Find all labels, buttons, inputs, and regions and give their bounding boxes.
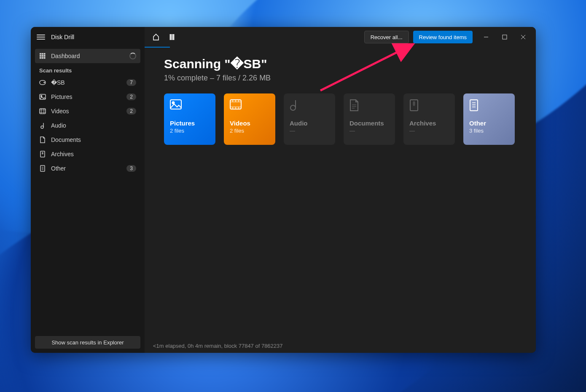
card-count: 2 files	[230, 128, 269, 134]
home-button[interactable]	[148, 29, 164, 45]
maximize-button[interactable]	[495, 29, 514, 45]
svg-rect-0	[40, 53, 41, 54]
drive-icon	[39, 79, 46, 86]
card-videos[interactable]: Videos 2 files	[224, 93, 275, 145]
sidebar-item-archives[interactable]: Archives	[35, 147, 140, 161]
minimize-button[interactable]	[477, 29, 495, 45]
category-cards: Pictures 2 files Videos 2 files Audio — …	[164, 93, 516, 145]
svg-rect-18	[172, 34, 174, 40]
card-label: Archives	[409, 120, 449, 127]
close-button[interactable]	[514, 29, 532, 45]
card-count: 3 files	[469, 128, 509, 134]
main-panel: Recover all... Review found items Scanni…	[145, 27, 536, 353]
card-label: Videos	[230, 120, 269, 127]
svg-point-10	[44, 82, 45, 83]
status-text: <1m elapsed, 0h 4m remain, block 77847 o…	[153, 343, 283, 349]
svg-rect-5	[44, 55, 45, 56]
scan-subtitle: 1% complete – 7 files / 2.26 MB	[164, 74, 516, 83]
pause-button[interactable]	[164, 29, 180, 45]
loading-spinner-icon	[129, 53, 136, 59]
count-badge: 3	[126, 165, 136, 172]
svg-rect-2	[44, 53, 45, 54]
svg-rect-3	[40, 55, 41, 56]
card-pictures[interactable]: Pictures 2 files	[164, 93, 215, 145]
video-icon	[230, 99, 242, 111]
sidebar-item-audio[interactable]: Audio	[35, 118, 140, 133]
card-label: Documents	[349, 120, 389, 127]
status-bar: <1m elapsed, 0h 4m remain, block 77847 o…	[145, 339, 536, 353]
count-badge: 7	[126, 79, 136, 86]
card-count: —	[290, 128, 329, 134]
sidebar-item-label: Audio	[51, 122, 66, 129]
svg-rect-13	[40, 109, 46, 114]
sidebar-item-label: Other	[51, 165, 66, 172]
audio-icon	[39, 122, 46, 129]
menu-icon[interactable]	[37, 35, 45, 40]
sidebar-dashboard[interactable]: Dashboard	[35, 49, 140, 63]
card-count: —	[409, 128, 449, 134]
video-icon	[39, 108, 46, 115]
show-in-explorer-button[interactable]: Show scan results in Explorer	[35, 336, 140, 349]
svg-rect-20	[170, 100, 181, 109]
svg-point-21	[172, 102, 175, 104]
svg-point-23	[290, 105, 296, 110]
archive-icon	[409, 99, 421, 111]
app-title: Disk Drill	[51, 34, 74, 40]
sidebar-item-documents[interactable]: Documents	[35, 133, 140, 147]
card-label: Other	[469, 120, 509, 127]
svg-rect-7	[42, 57, 43, 59]
card-label: Pictures	[170, 120, 210, 127]
sidebar-section-label: Scan results	[35, 63, 140, 75]
card-audio: Audio —	[284, 93, 335, 145]
card-count: —	[349, 128, 389, 134]
picture-icon	[170, 99, 182, 111]
document-icon	[39, 136, 46, 143]
picture-icon	[39, 93, 46, 100]
card-other[interactable]: Other 3 files	[463, 93, 515, 145]
sidebar-item-drive[interactable]: �SB 7	[35, 75, 140, 90]
sidebar-item-label: Pictures	[51, 93, 73, 100]
review-found-items-button[interactable]: Review found items	[413, 31, 473, 43]
svg-rect-4	[42, 55, 43, 56]
sidebar-item-other[interactable]: Other 3	[35, 161, 140, 176]
card-label: Audio	[290, 120, 329, 127]
svg-point-14	[41, 126, 43, 128]
svg-rect-25	[470, 100, 478, 111]
svg-rect-6	[40, 57, 41, 59]
card-documents: Documents —	[344, 93, 395, 145]
card-count: 2 files	[170, 128, 210, 134]
scan-progress-indicator	[145, 47, 170, 48]
svg-rect-17	[170, 34, 172, 40]
sidebar-item-label: Dashboard	[51, 53, 80, 59]
sidebar-item-label: Archives	[51, 151, 74, 157]
sidebar-item-videos[interactable]: Videos 2	[35, 104, 140, 118]
sidebar-item-pictures[interactable]: Pictures 2	[35, 90, 140, 104]
other-icon	[39, 165, 46, 172]
document-icon	[349, 99, 361, 111]
count-badge: 2	[126, 93, 136, 100]
svg-rect-19	[503, 35, 507, 39]
svg-rect-8	[44, 57, 45, 59]
svg-rect-1	[42, 53, 43, 54]
sidebar-item-label: Videos	[51, 108, 69, 115]
archive-icon	[39, 151, 46, 157]
other-icon	[469, 99, 481, 111]
sidebar-item-label: �SB	[51, 79, 65, 86]
sidebar: Disk Drill Dashboard Scan results �SB 7 …	[31, 27, 145, 353]
card-archives: Archives —	[403, 93, 455, 145]
topbar: Recover all... Review found items	[145, 27, 536, 47]
scan-title: Scanning "�SB"	[164, 56, 516, 71]
count-badge: 2	[126, 108, 136, 115]
recover-all-button[interactable]: Recover all...	[364, 31, 409, 43]
app-window: Disk Drill Dashboard Scan results �SB 7 …	[31, 27, 536, 353]
audio-icon	[290, 99, 301, 111]
sidebar-item-label: Documents	[51, 136, 81, 143]
grid-icon	[39, 53, 46, 59]
